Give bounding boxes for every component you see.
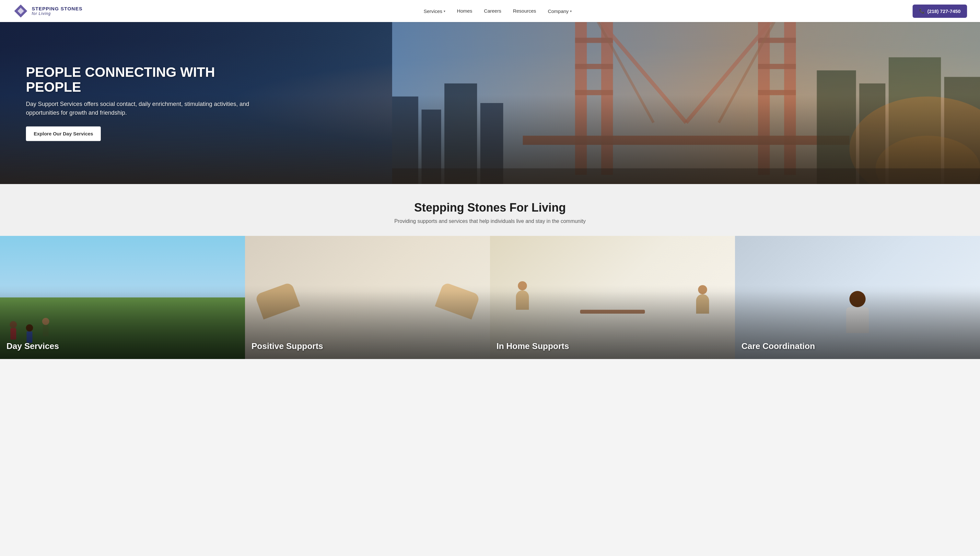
day-services-image	[0, 236, 245, 359]
intro-heading: Stepping Stones For Living	[13, 201, 967, 215]
chevron-down-icon: ▾	[570, 10, 572, 13]
person-2	[26, 324, 33, 343]
nav-item-careers[interactable]: Careers	[484, 8, 501, 14]
nav-item-homes[interactable]: Homes	[457, 8, 472, 14]
day-services-label: Day Services	[6, 341, 59, 351]
phone-number: (218) 727-7450	[927, 8, 961, 14]
phone-button[interactable]: 📞 (218) 727-7450	[913, 5, 967, 18]
logo-icon	[13, 3, 29, 19]
logo-text: STEPPING STONES for Living	[32, 6, 82, 16]
hero-cta-button[interactable]: Explore Our Day Services	[26, 127, 101, 141]
nav-link-resources[interactable]: Resources	[513, 8, 536, 14]
navbar: STEPPING STONES for Living Services ▾ Ho…	[0, 0, 980, 22]
hero-title: PEOPLE CONNECTING WITH PEOPLE	[26, 65, 253, 95]
logo[interactable]: STEPPING STONES for Living	[13, 3, 82, 19]
svg-rect-15	[758, 64, 796, 69]
nav-link-homes[interactable]: Homes	[457, 8, 472, 14]
logo-tagline: for Living	[32, 12, 82, 16]
sky-bg	[0, 236, 245, 304]
services-grid: Day Services Positive Supports	[0, 236, 980, 359]
logo-company-name: STEPPING STONES	[32, 6, 82, 12]
positive-supports-label: Positive Supports	[251, 341, 323, 351]
hand-right	[435, 282, 480, 320]
card-overlay	[0, 236, 245, 359]
person-1	[10, 321, 17, 339]
hero-section: PEOPLE CONNECTING WITH PEOPLE Day Suppor…	[0, 22, 980, 184]
person-3	[42, 318, 49, 336]
care-coordination-image	[735, 236, 980, 359]
hero-content: PEOPLE CONNECTING WITH PEOPLE Day Suppor…	[26, 65, 253, 141]
home-person-1	[516, 281, 529, 310]
svg-rect-9	[575, 64, 613, 69]
care-coordination-label: Care Coordination	[741, 341, 815, 351]
nav-menu: Services ▾ Homes Careers Resources Compa…	[424, 8, 571, 14]
nav-link-services[interactable]: Services ▾	[424, 8, 445, 14]
card-overlay	[735, 236, 980, 359]
table-object	[580, 310, 645, 314]
svg-rect-10	[575, 90, 613, 95]
in-home-supports-image	[490, 236, 735, 359]
intro-section: Stepping Stones For Living Providing sup…	[0, 184, 980, 236]
service-card-day[interactable]: Day Services	[0, 236, 245, 359]
hand-left	[255, 282, 300, 320]
svg-rect-16	[758, 90, 796, 95]
nav-item-company[interactable]: Company ▾	[548, 8, 571, 14]
hero-subtitle: Day Support Services offers social conta…	[26, 100, 253, 118]
phone-icon: 📞	[919, 8, 925, 14]
service-card-care[interactable]: Care Coordination	[735, 236, 980, 359]
in-home-supports-label: In Home Supports	[496, 341, 569, 351]
positive-supports-image	[245, 236, 490, 359]
service-card-positive[interactable]: Positive Supports	[245, 236, 490, 359]
intro-subheading: Providing supports and services that hel…	[13, 218, 967, 224]
nav-item-resources[interactable]: Resources	[513, 8, 536, 14]
chevron-down-icon: ▾	[444, 10, 445, 13]
nav-link-careers[interactable]: Careers	[484, 8, 501, 14]
nav-item-services[interactable]: Services ▾	[424, 8, 445, 14]
nav-link-company[interactable]: Company ▾	[548, 8, 571, 14]
home-person-2	[696, 285, 709, 314]
service-card-home[interactable]: In Home Supports	[490, 236, 735, 359]
card-overlay	[490, 236, 735, 359]
care-person	[846, 291, 869, 333]
card-overlay	[245, 236, 490, 359]
